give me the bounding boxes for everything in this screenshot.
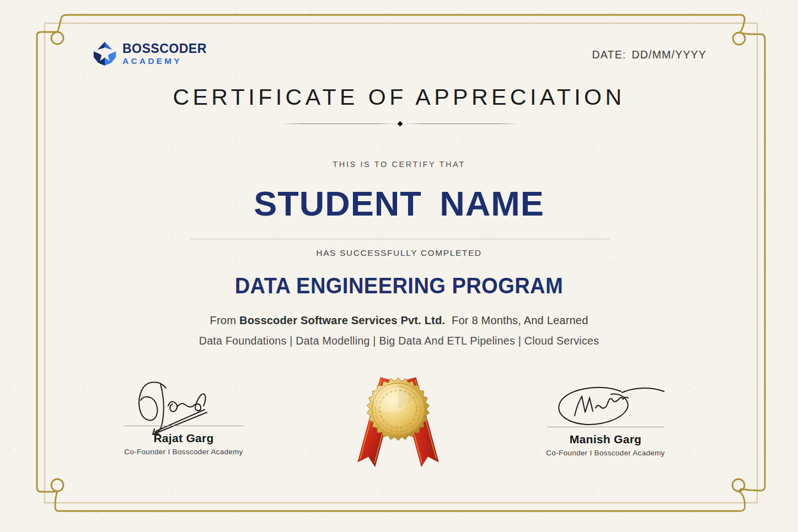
- rajat-garg-signature-icon: [117, 378, 239, 442]
- program-name: DATA ENGINEERING PROGRAM: [0, 273, 798, 298]
- diamond-icon: [397, 121, 403, 127]
- signatory-role: Co-Founder I Bosscoder Academy: [117, 448, 250, 456]
- student-name: STUDENT NAME: [0, 184, 798, 223]
- details-suffix: For 8 Months, And Learned: [452, 314, 588, 326]
- signatory-role: Co-Founder I Bosscoder Academy: [539, 449, 672, 457]
- signatory-right: Manish Garg Co-Founder I Bosscoder Acade…: [539, 380, 672, 457]
- certificate-title: CERTIFICATE OF APPRECIATION: [0, 84, 798, 110]
- divider-line-left: [281, 123, 396, 124]
- company-name: Bosscoder Software Services Pvt. Ltd.: [239, 314, 445, 326]
- certify-line: THIS IS TO CERTIFY THAT: [0, 160, 798, 169]
- date-label: DATE:: [592, 49, 626, 61]
- bosscoder-logo-icon: [92, 41, 118, 67]
- signature-line: [547, 427, 664, 427]
- curriculum-line: Data Foundations | Data Modelling | Big …: [0, 335, 798, 347]
- brand-name: BOSSCODER: [122, 42, 207, 55]
- brand-subtitle: ACADEMY: [122, 56, 207, 66]
- manish-garg-signature-icon: [539, 381, 666, 437]
- title-divider: [281, 121, 518, 126]
- completed-line: HAS SUCCESSFULLY COMPLETED: [0, 248, 798, 258]
- student-name-rule: [190, 239, 609, 239]
- brand-logo: BOSSCODER ACADEMY: [92, 41, 207, 67]
- certificate: BOSSCODER ACADEMY DATE:DD/MM/YYYY CERTIF…: [0, 0, 798, 532]
- gold-medal-icon: [354, 364, 442, 474]
- signatory-left: Rajat Garg Co-Founder I Bosscoder Academ…: [117, 379, 250, 456]
- details-prefix: From: [210, 314, 236, 326]
- divider-line-right: [404, 123, 519, 124]
- date-line: DATE:DD/MM/YYYY: [592, 49, 707, 61]
- signature-line: [124, 426, 244, 426]
- program-details: FromBosscoder Software Services Pvt. Ltd…: [0, 314, 798, 327]
- date-value: DD/MM/YYYY: [631, 49, 706, 61]
